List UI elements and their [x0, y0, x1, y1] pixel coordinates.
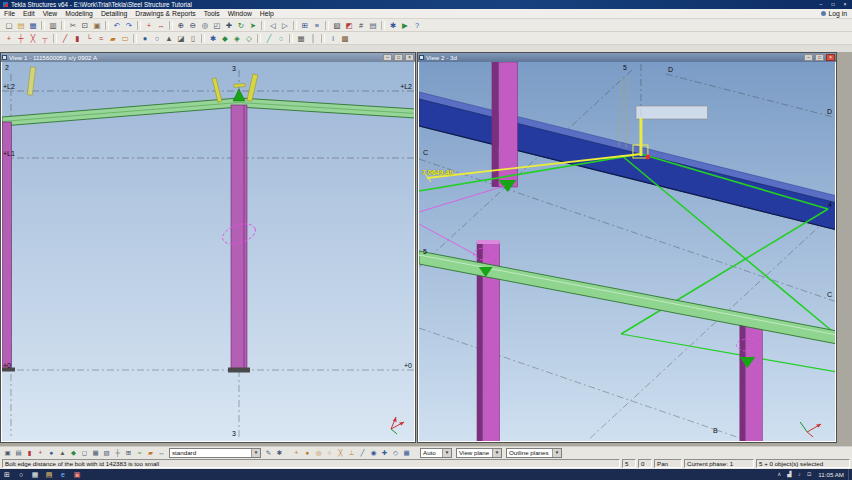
view2-close-button[interactable]: ×: [826, 54, 835, 61]
show-desktop-button[interactable]: [848, 469, 852, 480]
point-on-line-icon[interactable]: ┼: [16, 33, 27, 44]
column-right[interactable]: [739, 319, 762, 441]
select-points-icon[interactable]: +: [36, 448, 46, 458]
base-plate-grid3[interactable]: [228, 368, 250, 373]
cut-part-icon[interactable]: ◪: [176, 33, 187, 44]
select-single-objects-icon[interactable]: ◻: [80, 448, 90, 458]
view1-titlebar[interactable]: View 1 - 1115600059 x/y 0902 A – □ ×: [1, 53, 415, 62]
snap-free-icon[interactable]: ◇: [391, 448, 401, 458]
select-bolts-icon[interactable]: ●: [47, 448, 57, 458]
select-components-icon[interactable]: ◆: [69, 448, 79, 458]
login-button[interactable]: Log in: [821, 10, 852, 17]
reports-icon[interactable]: ▤: [368, 20, 379, 31]
view1-minimize-button[interactable]: –: [383, 54, 392, 61]
tray-volume-icon[interactable]: ♪: [794, 469, 804, 480]
create-point-icon[interactable]: +: [144, 20, 155, 31]
create-view-icon[interactable]: ⊞: [300, 20, 311, 31]
rotate-view-icon[interactable]: ↻: [236, 20, 247, 31]
tray-expand-icon[interactable]: ∧: [774, 469, 784, 480]
view1-canvas[interactable]: [2, 62, 414, 441]
filter-settings-icon[interactable]: ✱: [275, 448, 285, 458]
tray-network-icon[interactable]: ▟: [784, 469, 794, 480]
zoom-in-icon[interactable]: ⊕: [176, 20, 187, 31]
print-icon[interactable]: ▥: [48, 20, 59, 31]
bolt-icon[interactable]: ●: [140, 33, 151, 44]
snap-edge-icon[interactable]: ╱: [358, 448, 368, 458]
stud-icon[interactable]: ○: [152, 33, 163, 44]
select-distances-icon[interactable]: ↔: [157, 448, 167, 458]
snap-end-icon[interactable]: ●: [303, 448, 313, 458]
construction-line-icon[interactable]: ╱: [264, 33, 275, 44]
file-explorer-icon[interactable]: ▤: [42, 469, 56, 480]
clash-check-icon[interactable]: ◩: [344, 20, 355, 31]
view2-content[interactable]: 5 D D 4 C C 5 B 7 0649.40: [419, 62, 835, 441]
menu-item[interactable]: Tools: [200, 10, 224, 17]
select-all-icon[interactable]: ▣: [3, 448, 13, 458]
dimension-input-box[interactable]: [636, 106, 708, 119]
view2-minimize-button[interactable]: –: [804, 54, 813, 61]
outline-planes-combo[interactable]: Outline planes ▼: [506, 448, 562, 458]
cut-icon[interactable]: ✂: [68, 20, 79, 31]
snap-center-icon[interactable]: ◎: [314, 448, 324, 458]
select-reinforcement-icon[interactable]: ≈: [135, 448, 145, 458]
roof-beam[interactable]: [2, 98, 414, 126]
component-catalog-icon[interactable]: ✱: [388, 20, 399, 31]
view1-close-button[interactable]: ×: [405, 54, 414, 61]
next-view-icon[interactable]: ▷: [280, 20, 291, 31]
slab-icon[interactable]: ▭: [120, 33, 131, 44]
zoom-original-icon[interactable]: ◎: [200, 20, 211, 31]
selection-filter-combo[interactable]: standard ▼: [169, 448, 261, 458]
column-grid2[interactable]: [3, 122, 12, 369]
new-icon[interactable]: ▢: [4, 20, 15, 31]
components-icon[interactable]: ✱: [208, 33, 219, 44]
task-view-icon[interactable]: ▦: [28, 469, 42, 480]
undo-icon[interactable]: ↶: [112, 20, 123, 31]
point-intersection-icon[interactable]: ╳: [28, 33, 39, 44]
zoom-out-icon[interactable]: ⊖: [188, 20, 199, 31]
snap-grid-icon[interactable]: ▦: [402, 448, 412, 458]
help-icon[interactable]: ?: [412, 20, 423, 31]
view2-restore-button[interactable]: □: [815, 54, 824, 61]
tekla-app-icon[interactable]: ▣: [70, 469, 84, 480]
connection-icon[interactable]: ◆: [220, 33, 231, 44]
select-parts-icon[interactable]: ▮: [25, 448, 35, 458]
save-icon[interactable]: ▦: [28, 20, 39, 31]
redo-icon[interactable]: ↷: [124, 20, 135, 31]
measure-icon[interactable]: ↔: [156, 20, 167, 31]
view2-canvas[interactable]: [419, 62, 835, 441]
grid-icon[interactable]: ▦: [296, 33, 307, 44]
view1-restore-button[interactable]: □: [394, 54, 403, 61]
tray-notifications-icon[interactable]: ⊡: [804, 469, 814, 480]
pan-icon[interactable]: ✚: [224, 20, 235, 31]
browser-icon[interactable]: e: [56, 469, 70, 480]
view2-titlebar[interactable]: View 2 - 3d – □ ×: [418, 53, 836, 62]
snap-intersection-icon[interactable]: ╳: [336, 448, 346, 458]
grid-line-icon[interactable]: │: [308, 33, 319, 44]
chevron-down-icon[interactable]: ▼: [492, 449, 501, 457]
menu-item[interactable]: Window: [224, 10, 256, 17]
select-assemblies-icon[interactable]: ▦: [91, 448, 101, 458]
weld-icon[interactable]: ▲: [164, 33, 175, 44]
chevron-down-icon[interactable]: ▼: [442, 449, 451, 457]
filter-edit-icon[interactable]: ✎: [264, 448, 274, 458]
copy-icon[interactable]: ⊡: [80, 20, 91, 31]
detail-icon[interactable]: ◈: [232, 33, 243, 44]
construction-circle-icon[interactable]: ○: [276, 33, 287, 44]
view-list-icon[interactable]: ≡: [312, 20, 323, 31]
select-filter-icon[interactable]: ▤: [14, 448, 24, 458]
chevron-down-icon[interactable]: ▼: [552, 449, 561, 457]
select-phases-icon[interactable]: ▧: [102, 448, 112, 458]
phases-icon[interactable]: ▧: [332, 20, 343, 31]
view1-content[interactable]: 2 3 3 +L2 +L2 +L1 +0 +0: [2, 62, 414, 441]
menu-item[interactable]: Help: [256, 10, 278, 17]
maximize-button[interactable]: □: [828, 1, 838, 8]
fitting-icon[interactable]: ▯: [188, 33, 199, 44]
contour-plate-icon[interactable]: ▰: [108, 33, 119, 44]
snap-midpoint-icon[interactable]: ○: [325, 448, 335, 458]
select-views-icon[interactable]: ⊞: [124, 448, 134, 458]
column-grid3[interactable]: [231, 105, 247, 369]
close-button[interactable]: ×: [840, 1, 850, 8]
snap-depth-combo[interactable]: Auto ▼: [420, 448, 452, 458]
snap-points-icon[interactable]: +: [292, 448, 302, 458]
snap-any-icon[interactable]: ✚: [380, 448, 390, 458]
